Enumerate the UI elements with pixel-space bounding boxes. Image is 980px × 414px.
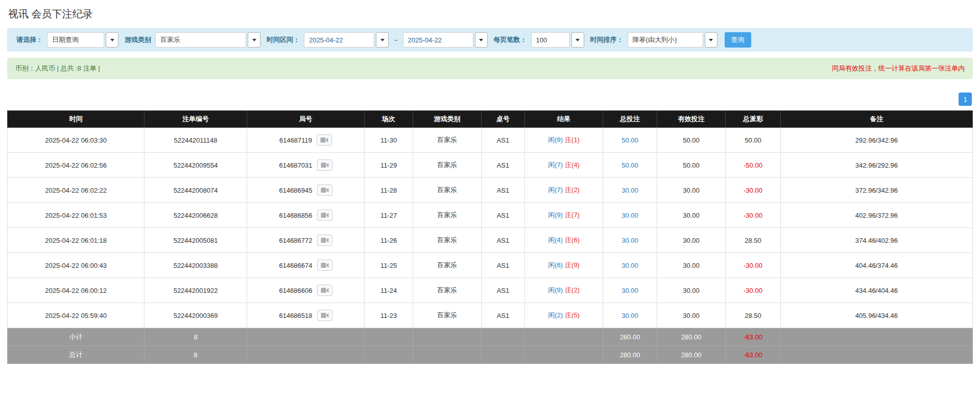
table-header-row: 时间注单编号局号场次游戏类别桌号结果总投注有效投注总派彩备注 (8, 111, 973, 128)
cell-game-type: 百家乐 (413, 253, 481, 278)
search-button[interactable]: 查询 (725, 32, 751, 48)
video-camera-icon (321, 237, 329, 243)
cell-session: 11-23 (365, 303, 413, 328)
cell-payout: 50.00 (726, 128, 781, 153)
cell-remark: 372.96/342.96 (780, 178, 972, 203)
column-header: 备注 (780, 111, 972, 128)
page-size-combo: 100 (531, 32, 584, 48)
result-player: 闲(7) (548, 186, 563, 194)
cell-bet-id: 522442001922 (145, 278, 247, 303)
video-replay-button[interactable] (317, 285, 332, 296)
video-replay-button[interactable] (317, 210, 332, 221)
cell-bet-id: 522442008074 (145, 178, 247, 203)
table-body: 2025-04-22 06:03:30 522442011148 6146871… (8, 128, 973, 328)
cell-valid-bet: 30.00 (657, 228, 725, 253)
game-type-combo: 百家乐 (155, 32, 260, 48)
page-size-value[interactable]: 100 (531, 32, 570, 48)
subtotal-payout: -63.00 (726, 328, 781, 346)
cell-payout: 28.50 (726, 303, 781, 328)
cell-session: 11-28 (365, 178, 413, 203)
page-size-label: 每页笔数： (494, 35, 527, 44)
date-to-dropdown-button[interactable] (475, 32, 488, 48)
video-replay-button[interactable] (317, 185, 332, 196)
cell-round: 614687031 (247, 153, 365, 178)
cell-time: 2025-04-22 06:02:22 (8, 178, 145, 203)
cell-result: 闲(9)庄(7) (525, 203, 603, 228)
cell-time: 2025-04-22 06:01:18 (8, 228, 145, 253)
cell-payout: -30.00 (726, 253, 781, 278)
cell-table-no: AS1 (481, 253, 524, 278)
video-replay-button[interactable] (317, 235, 332, 246)
subtotal-row: 小计 8 280.00 280.00 -63.00 (8, 328, 973, 346)
cell-total-bet: 30.00 (603, 278, 657, 303)
video-replay-button[interactable] (317, 134, 332, 146)
total-bet-link[interactable]: 30.00 (622, 237, 638, 244)
cell-time: 2025-04-22 06:02:56 (8, 153, 145, 178)
video-camera-icon (321, 212, 329, 218)
round-id: 614686518 (279, 312, 312, 319)
cell-total-bet: 50.00 (603, 153, 657, 178)
result-banker: 庄(1) (565, 136, 580, 144)
column-header: 局号 (247, 111, 365, 128)
cell-time: 2025-04-22 06:03:30 (8, 128, 145, 153)
page-size-dropdown-button[interactable] (571, 32, 584, 48)
game-type-value[interactable]: 百家乐 (155, 32, 246, 48)
video-camera-icon (321, 162, 329, 168)
date-to-value[interactable]: 2025-04-22 (403, 32, 473, 48)
sort-order-combo: 降幂(由大到小) (628, 32, 718, 48)
cell-total-bet: 30.00 (603, 253, 657, 278)
summary-currency-total: 币别：人民币 | 总共 :8 注单 | (15, 64, 100, 73)
cell-total-bet: 30.00 (603, 178, 657, 203)
caret-down-icon (709, 39, 713, 41)
total-bet-link[interactable]: 50.00 (622, 162, 638, 169)
empty-cell (365, 328, 413, 346)
table-row: 2025-04-22 06:00:12 522442001922 6146866… (8, 278, 973, 303)
total-bet-link[interactable]: 30.00 (622, 187, 638, 194)
total-bet-link[interactable]: 50.00 (622, 136, 638, 144)
video-replay-button[interactable] (317, 159, 332, 171)
cell-time: 2025-04-22 05:59:40 (8, 303, 145, 328)
result-banker: 庄(9) (565, 261, 580, 269)
cell-valid-bet: 30.00 (657, 303, 725, 328)
column-header: 总派彩 (726, 111, 781, 128)
cell-remark: 342.96/292.96 (780, 153, 972, 178)
video-replay-button[interactable] (317, 310, 332, 321)
cell-time: 2025-04-22 06:00:43 (8, 253, 145, 278)
empty-cell (525, 328, 603, 346)
cell-table-no: AS1 (481, 178, 524, 203)
cell-total-bet: 30.00 (603, 203, 657, 228)
cell-table-no: AS1 (481, 153, 524, 178)
cell-bet-id: 522442003388 (145, 253, 247, 278)
total-bet-link[interactable]: 30.00 (622, 212, 638, 219)
time-range-label: 时间区间： (267, 35, 300, 44)
empty-cell (525, 346, 603, 364)
caret-down-icon (110, 39, 114, 41)
total-bet-link[interactable]: 30.00 (622, 287, 638, 294)
sort-order-value[interactable]: 降幂(由大到小) (628, 32, 703, 48)
game-type-dropdown-button[interactable] (248, 32, 260, 48)
subtotal-total-bet: 280.00 (603, 328, 657, 346)
select-type-dropdown-button[interactable] (106, 32, 118, 48)
cell-game-type: 百家乐 (413, 303, 481, 328)
cell-game-type: 百家乐 (413, 203, 481, 228)
video-replay-button[interactable] (317, 260, 332, 271)
date-from-value[interactable]: 2025-04-22 (304, 32, 374, 48)
date-from-dropdown-button[interactable] (376, 32, 389, 48)
cell-round: 614687119 (247, 128, 365, 153)
cell-time: 2025-04-22 06:01:53 (8, 203, 145, 228)
empty-cell (365, 346, 413, 364)
cell-result: 闲(7)庄(4) (525, 153, 603, 178)
table-row: 2025-04-22 06:01:18 522442005081 6146867… (8, 228, 973, 253)
game-type-label: 游戏类别 (125, 35, 151, 44)
cell-valid-bet: 30.00 (657, 178, 725, 203)
total-bet-link[interactable]: 30.00 (622, 262, 638, 269)
total-bet-link[interactable]: 30.00 (622, 312, 638, 319)
column-header: 结果 (525, 111, 603, 128)
page-number-button[interactable]: 1 (959, 93, 972, 106)
cell-session: 11-29 (365, 153, 413, 178)
cell-table-no: AS1 (481, 303, 524, 328)
select-type-value[interactable]: 日期查询 (47, 32, 104, 48)
cell-game-type: 百家乐 (413, 228, 481, 253)
sort-order-dropdown-button[interactable] (705, 32, 718, 48)
empty-cell (247, 328, 365, 346)
